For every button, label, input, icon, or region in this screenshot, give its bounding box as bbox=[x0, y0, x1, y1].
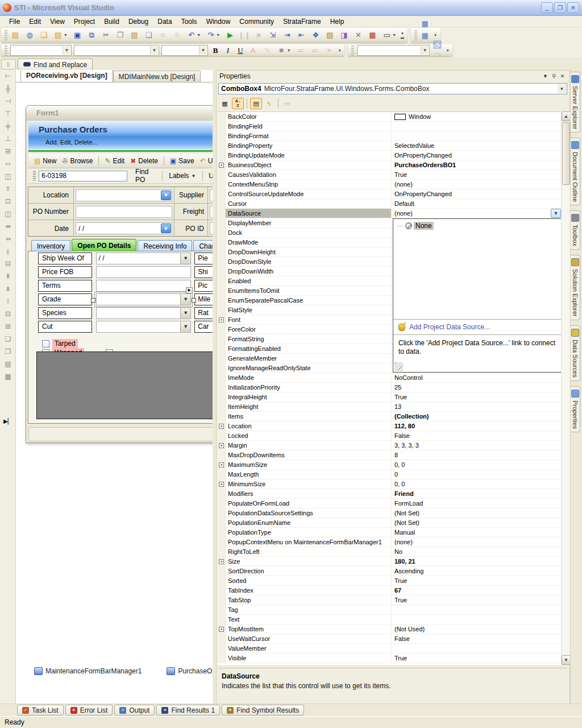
toolbar-grip[interactable] bbox=[5, 46, 7, 56]
toolbar-icon[interactable]: ⇥ bbox=[281, 29, 293, 41]
combo-arrow-icon[interactable]: ▼ bbox=[180, 321, 190, 332]
form-toolbar-button[interactable]: ▤ New bbox=[31, 156, 59, 166]
expand-icon[interactable]: + bbox=[219, 462, 224, 468]
toolbar-icon[interactable]: ❙❙ bbox=[238, 29, 251, 41]
format-icon[interactable]: ⚭ bbox=[323, 44, 335, 56]
bottom-tab[interactable]: ✕ Error List bbox=[65, 705, 113, 715]
property-value[interactable]: False ▼ bbox=[392, 634, 561, 644]
property-value[interactable]: Manual ▼ bbox=[392, 528, 561, 537]
expand-icon[interactable]: + bbox=[219, 559, 224, 564]
property-row[interactable]: + PopulationEnumName (Not Set) ▼ bbox=[218, 518, 561, 528]
property-row[interactable]: + BindingUpdateMode OnPropertyChanged ▼ bbox=[218, 151, 561, 160]
property-value[interactable]: 8 ▼ bbox=[392, 450, 561, 460]
po-number-input[interactable]: 6-03198 bbox=[39, 171, 127, 181]
toolbar-icon[interactable]: ❏ bbox=[38, 29, 50, 41]
toolbar-icon[interactable]: ≘ bbox=[171, 29, 184, 41]
property-value[interactable]: SelectedValue ▼ bbox=[392, 141, 561, 151]
checkbox-item[interactable]: Tarped bbox=[42, 339, 84, 348]
property-value[interactable]: (Not Used) ▼ bbox=[392, 624, 561, 634]
property-value[interactable]: 13 ▼ bbox=[392, 402, 561, 412]
datasource-none-item[interactable]: None bbox=[398, 222, 561, 230]
format-icon[interactable]: ✎ bbox=[261, 44, 273, 56]
detail-field-input[interactable]: ▼ ▶ bbox=[96, 266, 192, 278]
toolbar-grip[interactable] bbox=[5, 30, 7, 40]
bottom-tab[interactable]: ⚭ Find Symbol Results bbox=[222, 705, 304, 715]
property-row[interactable]: + TabIndex 67 ▼ bbox=[218, 586, 561, 595]
tool-window-tab[interactable]: Document Outline bbox=[571, 138, 580, 205]
toolbar-icon[interactable]: ▶ bbox=[224, 29, 236, 41]
property-value[interactable]: (Collection) ▼ bbox=[392, 412, 561, 421]
property-value[interactable]: True ▼ bbox=[392, 392, 561, 402]
toolbar-overflow-icon[interactable]: ▾▬ bbox=[400, 29, 406, 42]
layout-icon[interactable]: ⇳ bbox=[0, 183, 16, 195]
layout-icon[interactable]: ⊞ bbox=[0, 320, 16, 333]
detail-field-input[interactable]: ▼ ▶ bbox=[96, 307, 192, 319]
property-value[interactable]: No ▼ bbox=[392, 547, 561, 557]
toolbar-grip[interactable] bbox=[414, 30, 417, 40]
layout-icon[interactable]: ⊞ bbox=[0, 145, 16, 158]
layout-icon[interactable]: ⊣ bbox=[0, 95, 16, 107]
property-row[interactable]: + Sorted True ▼ bbox=[218, 576, 561, 586]
toolbar-icon[interactable]: ▭ bbox=[381, 29, 393, 41]
property-value[interactable]: OnPropertyChanged ▼ bbox=[392, 189, 561, 199]
layout-icon[interactable]: ⇹ bbox=[0, 220, 16, 233]
drag-grip[interactable] bbox=[33, 171, 36, 181]
property-value[interactable]: 67 ▼ bbox=[392, 586, 561, 595]
property-value[interactable]: False ▼ bbox=[392, 431, 561, 441]
property-value[interactable]: 0 ▼ bbox=[392, 470, 561, 479]
property-row[interactable]: + MaxDropDownItems 8 ▼ bbox=[218, 450, 561, 460]
layout-icon[interactable]: ⇞ bbox=[0, 270, 16, 283]
format-icon[interactable]: ≡ bbox=[275, 44, 288, 56]
alphabetical-sort-icon[interactable]: A↓Z bbox=[232, 98, 244, 109]
property-row[interactable]: + ContextMenuStrip (none) ▼ bbox=[218, 180, 561, 189]
bottom-tab[interactable]: ≡ Output bbox=[114, 705, 155, 715]
property-row[interactable]: + Tag ▼ bbox=[218, 605, 561, 615]
detail-tab[interactable]: Open PO Details bbox=[72, 239, 136, 251]
toolbar-icon[interactable]: ↶ bbox=[185, 29, 198, 41]
property-pages-icon[interactable]: ▭ bbox=[281, 98, 293, 109]
property-value[interactable]: NoControl ▼ bbox=[392, 373, 561, 383]
combo-arrow-icon[interactable]: ▼ bbox=[161, 191, 171, 200]
categorized-icon[interactable]: ▦ bbox=[219, 98, 231, 109]
property-value[interactable]: ▼ bbox=[392, 615, 561, 624]
detail-grid-placeholder[interactable] bbox=[36, 351, 213, 419]
property-row[interactable]: + BindingField ▼ bbox=[218, 122, 561, 131]
detail-field-input[interactable]: ▼ ▶ bbox=[96, 280, 192, 292]
property-value[interactable]: (none) ▼ bbox=[392, 180, 561, 189]
toolbar-icon[interactable]: ▤ bbox=[52, 29, 64, 41]
properties-view-icon[interactable]: ▤ bbox=[250, 98, 262, 109]
format-icon[interactable]: A bbox=[247, 44, 259, 56]
property-row[interactable]: + Margin 3, 3, 3, 3 ▼ bbox=[218, 441, 561, 450]
property-value[interactable]: (none) ▼ bbox=[392, 537, 561, 547]
toolbar-grip[interactable]: ⣿ bbox=[1, 59, 16, 69]
format-icon[interactable]: ≔ bbox=[294, 44, 307, 56]
tool-window-tab[interactable]: Toolbox bbox=[571, 210, 580, 250]
property-row[interactable]: + SortDirection Ascending ▼ bbox=[218, 566, 561, 576]
property-row[interactable]: + UseWaitCursor False ▼ bbox=[218, 634, 561, 644]
property-row[interactable]: + TabStop True ▼ bbox=[218, 595, 561, 605]
layout-icon[interactable]: ⇟ bbox=[0, 283, 16, 295]
property-row[interactable]: + DataSource (none) ▼ bbox=[218, 209, 561, 218]
tool-window-tab[interactable]: Solution Explorer bbox=[571, 255, 580, 320]
layout-icon[interactable]: ⊥ bbox=[0, 133, 16, 145]
object-selector-combo[interactable]: ComboBox4 MicroFour.StrataFrame.UI.Windo… bbox=[218, 83, 567, 94]
property-value[interactable]: 25 ▼ bbox=[392, 383, 561, 392]
menu-item[interactable]: Edit bbox=[24, 16, 45, 27]
font-size-combo[interactable]: ▼ bbox=[161, 45, 208, 56]
property-row[interactable]: + MaxLength 0 ▼ bbox=[218, 470, 561, 479]
bottom-tab[interactable]: ⚭ Find Results 1 bbox=[156, 705, 220, 715]
property-value[interactable]: ▼ bbox=[392, 131, 561, 141]
layout-icon[interactable]: ⊟ bbox=[0, 258, 16, 270]
auto-hide-pin-icon[interactable]: ⚲ bbox=[550, 72, 558, 80]
menu-item[interactable]: Data bbox=[153, 16, 176, 27]
layout-icon[interactable]: ◫ bbox=[0, 208, 16, 220]
property-value[interactable]: OnPropertyChanged ▼ bbox=[392, 151, 561, 160]
toolbar-icon[interactable]: ⧉ bbox=[85, 30, 98, 42]
toolbar-icon[interactable]: ≡ bbox=[157, 29, 169, 41]
property-row[interactable]: + Size 180, 21 ▼ bbox=[218, 557, 561, 566]
window-button[interactable]: ❐ bbox=[554, 2, 566, 13]
menu-item[interactable]: Window bbox=[202, 16, 235, 27]
property-value[interactable]: True ▼ bbox=[392, 576, 561, 586]
property-row[interactable]: + PopulateOnFormLoad FormLoad ▼ bbox=[218, 499, 561, 508]
toolbar-icon[interactable]: ✂ bbox=[99, 29, 112, 41]
